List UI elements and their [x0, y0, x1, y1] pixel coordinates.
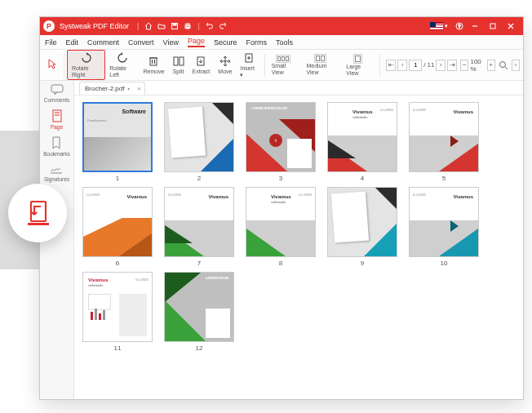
page-thumb-2[interactable]: 2	[164, 102, 234, 182]
tab-filename: Brocher-2.pdf	[85, 85, 124, 92]
menu-file[interactable]: File	[45, 38, 57, 47]
rotate-right-button[interactable]: Rotate Right	[67, 50, 105, 80]
page-thumb-8[interactable]: Vivamus ⊙ LOGO sollicitudin 8	[246, 187, 316, 267]
svg-rect-25	[28, 223, 49, 225]
extract-button[interactable]: Extract	[188, 54, 215, 77]
page-thumb-6[interactable]: ⊙ LOGO Vivamus 6	[82, 187, 153, 267]
menubar: File Edit Comment Convert View Page Secu…	[40, 35, 523, 50]
svg-rect-3	[186, 24, 189, 25]
language-flag-icon[interactable]	[430, 22, 443, 30]
svg-rect-8	[490, 24, 495, 29]
svg-rect-19	[51, 85, 63, 92]
home-icon[interactable]	[143, 20, 154, 32]
page-input[interactable]	[409, 60, 422, 71]
move-button[interactable]: Move	[214, 54, 236, 77]
svg-rect-1	[173, 24, 176, 26]
tabbar: Brocher-2.pdf • ×	[74, 81, 523, 95]
zoom-control: − 100 % +	[460, 58, 494, 73]
sidebar-comments[interactable]: Comments	[44, 84, 69, 103]
svg-rect-4	[186, 27, 189, 29]
close-button[interactable]	[502, 17, 520, 35]
maximize-button[interactable]	[484, 17, 502, 35]
next-page-button[interactable]: ›	[436, 60, 446, 71]
document-tab[interactable]: Brocher-2.pdf • ×	[79, 82, 145, 95]
menu-secure[interactable]: Secure	[214, 38, 237, 47]
page-thumb-5[interactable]: ⊙ LOGO Vivamus 5	[409, 102, 479, 182]
save-icon[interactable]	[169, 20, 180, 32]
menu-convert[interactable]: Convert	[128, 38, 154, 47]
page-thumb-9[interactable]: 9	[327, 187, 397, 267]
rotate-page-icon	[21, 197, 54, 229]
page-thumb-1[interactable]: ✓ Software Development 1	[82, 102, 153, 182]
page-thumb-12[interactable]: LOREM IPSUM 12	[164, 272, 234, 352]
svg-rect-20	[53, 110, 61, 122]
small-view-button[interactable]: Small View	[268, 53, 299, 77]
svg-text:?: ?	[458, 24, 461, 29]
remove-button[interactable]: Remove	[139, 54, 168, 77]
menu-page[interactable]: Page	[188, 37, 205, 47]
svg-point-17	[499, 61, 505, 67]
svg-rect-24	[31, 202, 46, 221]
insert-button[interactable]: Insert ▾	[236, 51, 261, 79]
menu-comment[interactable]: Comment	[87, 38, 119, 47]
undo-icon[interactable]	[204, 20, 215, 32]
split-button[interactable]: Split	[169, 54, 188, 77]
sidebar-bookmarks[interactable]: Bookmarks	[43, 136, 70, 157]
folder-open-icon[interactable]	[156, 20, 167, 32]
menu-forms[interactable]: Forms	[246, 38, 267, 47]
menu-tools[interactable]: Tools	[276, 38, 293, 47]
rotate-left-button[interactable]: Rotate Left	[105, 51, 139, 79]
menu-view[interactable]: View	[163, 38, 179, 47]
svg-rect-9	[150, 58, 157, 65]
page-thumb-4[interactable]: Vivamus ⊙ LOGO sollicitudin 4	[327, 102, 397, 182]
select-tool[interactable]	[43, 57, 61, 73]
large-view-button[interactable]: Large View	[342, 52, 374, 78]
last-page-button[interactable]: ⇥	[447, 60, 457, 71]
svg-rect-14	[180, 57, 184, 65]
zoom-in-button[interactable]: +	[487, 60, 495, 71]
page-thumb-7[interactable]: ⊙ LOGO Vivamus 7	[164, 187, 234, 267]
svg-line-18	[505, 67, 508, 69]
page-thumb-10[interactable]: ⊙ LOGO Vivamus 10	[409, 187, 479, 267]
rotate-floating-badge	[8, 184, 67, 242]
search-icon[interactable]	[499, 60, 508, 71]
page-nav: ⇤ ‹ / 11 › ⇥	[386, 60, 457, 71]
ribbon-more-button[interactable]: ›	[512, 60, 520, 71]
zoom-out-button[interactable]: −	[460, 60, 468, 71]
medium-view-button[interactable]: Medium View	[302, 52, 339, 77]
page-thumb-11[interactable]: Vivamus ⊙ LOGO sollicitudin 11	[82, 272, 153, 352]
ribbon: Rotate Right Rotate Left Remove Split Ex…	[40, 50, 523, 81]
titlebar: P Systweak PDF Editor | | ▾ ?	[40, 17, 523, 35]
page-total: 11	[428, 61, 435, 69]
redo-icon[interactable]	[217, 20, 228, 32]
app-title: Systweak PDF Editor	[60, 22, 129, 30]
svg-rect-13	[174, 57, 178, 65]
print-icon[interactable]	[182, 20, 193, 32]
thumbnail-grid: ✓ Software Development 1 2 LOREM IPSUM D…	[74, 95, 523, 399]
prev-page-button[interactable]: ‹	[397, 60, 407, 71]
zoom-value: 100 %	[470, 58, 485, 73]
sidebar-page[interactable]: Page	[51, 109, 63, 130]
first-page-button[interactable]: ⇤	[386, 60, 396, 71]
help-icon[interactable]: ?	[454, 20, 465, 32]
page-thumb-3[interactable]: LOREM IPSUM DOLOR ‹ 3	[246, 102, 316, 182]
tab-close-icon[interactable]: ×	[137, 85, 141, 92]
menu-edit[interactable]: Edit	[66, 38, 79, 47]
minimize-button[interactable]	[466, 17, 484, 35]
sidebar-signatures[interactable]: Signatures	[44, 163, 69, 182]
app-logo: P	[43, 20, 55, 32]
app-window: P Systweak PDF Editor | | ▾ ? File Edit …	[39, 16, 524, 400]
